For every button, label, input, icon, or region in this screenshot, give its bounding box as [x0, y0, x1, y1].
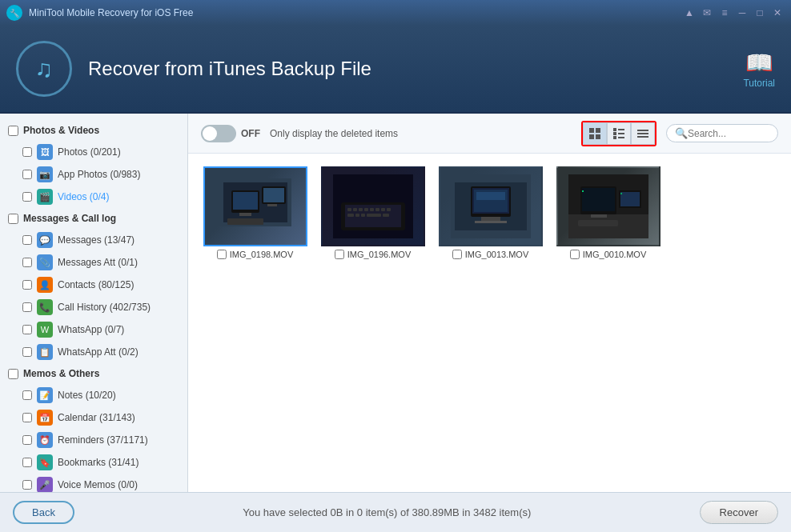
- grid-item-name-1: IMG_0196.MOV: [335, 250, 411, 259]
- svg-rect-50: [591, 214, 607, 218]
- svg-rect-31: [381, 208, 385, 211]
- call-history-icon: 📞: [37, 299, 53, 315]
- grid-view-button[interactable]: [583, 122, 607, 145]
- reminders-icon: ⏰: [37, 432, 53, 448]
- svg-rect-55: [620, 193, 622, 194]
- sidebar-item-messages[interactable]: 💬 Messages (13/47): [0, 229, 187, 251]
- thumbnail-2[interactable]: [439, 166, 543, 246]
- menu-btn[interactable]: ≡: [717, 6, 732, 20]
- app-logo: 🔧: [6, 5, 22, 21]
- group-checkbox-messages[interactable]: [8, 214, 18, 224]
- sidebar-item-app-photos[interactable]: 📷 App Photos (0/983): [0, 163, 187, 186]
- svg-rect-5: [618, 129, 624, 130]
- grid-item-checkbox-3[interactable]: [570, 250, 580, 259]
- main-layout: Photos & Videos 🖼 Photos (0/201) 📷 App P…: [0, 114, 791, 492]
- file-grid: IMG_0198.MOV: [188, 154, 791, 492]
- sidebar-item-label-messages-att: Messages Att (0/1): [58, 257, 138, 268]
- svg-rect-16: [233, 192, 258, 210]
- sidebar-item-label-voice-memos: Voice Memos (0/0): [58, 479, 138, 490]
- title-bar: 🔧 MiniTool Mobile Recovery for iOS Free …: [0, 0, 791, 26]
- svg-rect-37: [383, 214, 389, 217]
- svg-rect-11: [637, 133, 648, 134]
- sidebar-item-messages-att[interactable]: 📎 Messages Att (0/1): [0, 251, 187, 274]
- sidebar-item-call-history[interactable]: 📞 Call History (402/735): [0, 296, 187, 318]
- sidebar-group-messages[interactable]: Messages & Call log: [0, 208, 187, 229]
- recover-button[interactable]: Recover: [700, 501, 778, 524]
- tutorial-label: Tutorial: [743, 78, 775, 89]
- sidebar-item-label-messages: Messages (13/47): [58, 234, 135, 246]
- grid-item-checkbox-1[interactable]: [335, 250, 344, 259]
- content-toolbar: OFF Only display the deleted items 🔍: [188, 114, 791, 154]
- grid-item-0[interactable]: IMG_0198.MOV: [201, 166, 309, 259]
- sidebar-item-whatsapp-att[interactable]: 📋 WhatsApp Att (0/2): [0, 341, 187, 363]
- search-icon: 🔍: [675, 127, 688, 139]
- content-area: OFF Only display the deleted items 🔍: [188, 114, 791, 492]
- item-checkbox-reminders[interactable]: [22, 435, 32, 445]
- thumbnail-0[interactable]: [203, 166, 307, 246]
- sidebar-item-contacts[interactable]: 👤 Contacts (80/125): [0, 274, 187, 296]
- search-box[interactable]: 🔍: [666, 124, 778, 142]
- svg-rect-8: [613, 136, 616, 139]
- svg-rect-26: [353, 208, 357, 211]
- toggle-knob: [203, 126, 217, 141]
- sidebar-item-voice-memos[interactable]: 🎤 Voice Memos (0/0): [0, 474, 187, 492]
- item-checkbox-messages[interactable]: [22, 235, 32, 245]
- item-checkbox-bookmarks[interactable]: [22, 458, 32, 467]
- status-text: You have selected 0B in 0 item(s) of 380…: [74, 506, 700, 518]
- item-checkbox-whatsapp[interactable]: [22, 325, 32, 334]
- item-checkbox-contacts[interactable]: [22, 280, 32, 290]
- sidebar-item-notes[interactable]: 📝 Notes (10/20): [0, 384, 187, 406]
- grid-item-3[interactable]: IMG_0010.MOV: [554, 166, 662, 259]
- svg-rect-4: [613, 128, 616, 131]
- close-btn[interactable]: ✕: [770, 6, 785, 20]
- view-buttons-group: [581, 121, 656, 146]
- sidebar-group-photos-videos[interactable]: Photos & Videos: [0, 120, 187, 141]
- item-checkbox-videos[interactable]: [22, 192, 32, 202]
- group-checkbox-memos[interactable]: [8, 369, 18, 379]
- svg-rect-32: [387, 208, 391, 211]
- tutorial-button[interactable]: 📖 Tutorial: [743, 50, 775, 89]
- item-checkbox-messages-att[interactable]: [22, 258, 32, 267]
- upload-btn[interactable]: ▲: [682, 6, 697, 20]
- sidebar-item-bookmarks[interactable]: 🔖 Bookmarks (31/41): [0, 451, 187, 474]
- sidebar-group-memos[interactable]: Memos & Others: [0, 363, 187, 384]
- item-checkbox-notes[interactable]: [22, 390, 32, 400]
- thumbnail-3[interactable]: [556, 166, 661, 246]
- item-checkbox-calendar[interactable]: [22, 413, 32, 422]
- sidebar-item-calendar[interactable]: 📅 Calendar (31/143): [0, 406, 187, 429]
- sidebar-item-videos[interactable]: 🎬 Videos (0/4): [0, 186, 187, 208]
- app-title: MiniTool Mobile Recovery for iOS Free: [29, 7, 682, 18]
- grid-item-2[interactable]: IMG_0013.MOV: [436, 166, 544, 259]
- list-view-button[interactable]: [631, 122, 655, 145]
- grid-item-checkbox-2[interactable]: [452, 250, 462, 259]
- item-checkbox-app-photos[interactable]: [22, 170, 32, 179]
- grid-item-1[interactable]: IMG_0196.MOV: [319, 166, 427, 259]
- item-checkbox-call-history[interactable]: [22, 302, 32, 312]
- mail-btn[interactable]: ✉: [700, 6, 714, 20]
- detail-view-button[interactable]: [607, 122, 631, 145]
- grid-item-filename-1: IMG_0196.MOV: [347, 250, 411, 259]
- search-input[interactable]: [688, 128, 776, 139]
- sidebar-item-photos[interactable]: 🖼 Photos (0/201): [0, 141, 187, 163]
- sidebar-item-whatsapp[interactable]: W WhatsApp (0/7): [0, 318, 187, 341]
- toggle-control[interactable]: [201, 125, 236, 142]
- svg-rect-20: [267, 204, 277, 206]
- back-button[interactable]: Back: [13, 501, 74, 524]
- item-checkbox-whatsapp-att[interactable]: [22, 347, 32, 357]
- grid-item-checkbox-0[interactable]: [217, 250, 227, 259]
- svg-rect-30: [375, 208, 379, 211]
- sidebar-item-label-whatsapp-att: WhatsApp Att (0/2): [58, 346, 139, 358]
- maximize-btn[interactable]: □: [753, 6, 767, 20]
- thumbnail-1[interactable]: [321, 166, 425, 246]
- toggle-switch[interactable]: OFF: [201, 125, 260, 142]
- group-checkbox-photos[interactable]: [8, 126, 18, 136]
- svg-rect-25: [347, 208, 351, 211]
- calendar-icon: 📅: [37, 410, 53, 426]
- svg-rect-36: [367, 214, 381, 217]
- item-checkbox-photos[interactable]: [22, 147, 32, 157]
- messages-att-icon: 📎: [37, 254, 53, 270]
- sidebar-item-reminders[interactable]: ⏰ Reminders (37/1171): [0, 429, 187, 451]
- header-icon: ♫: [16, 41, 72, 97]
- minimize-btn[interactable]: ─: [735, 6, 749, 20]
- item-checkbox-voice-memos[interactable]: [22, 480, 32, 490]
